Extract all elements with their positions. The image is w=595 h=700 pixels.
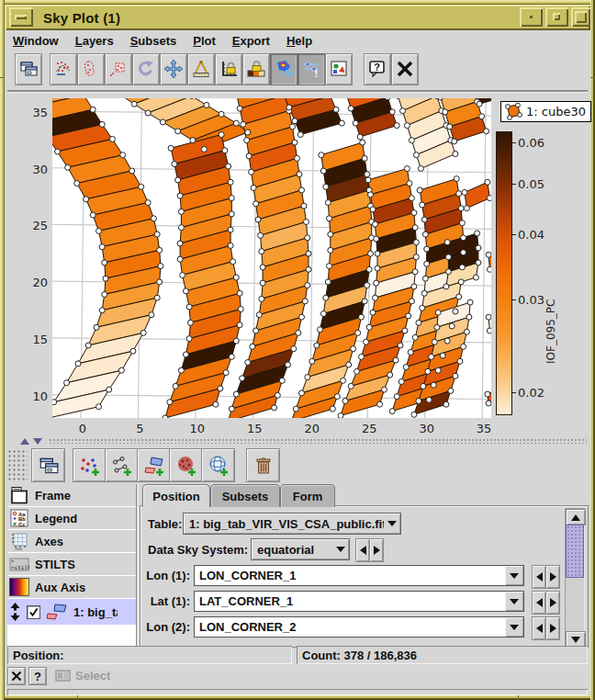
- right-arrow-icon: [550, 624, 556, 633]
- lat1-next-button[interactable]: [545, 591, 560, 615]
- window-title: Sky Plot (1): [43, 10, 120, 26]
- lon2-dropdown-button[interactable]: [505, 617, 523, 637]
- scroll-up-button[interactable]: [566, 509, 586, 525]
- panel-separator: [136, 484, 139, 648]
- lat1-prev-button[interactable]: [532, 591, 546, 615]
- add-position-layer-button[interactable]: [73, 448, 107, 482]
- menu-window[interactable]: Window: [5, 32, 67, 50]
- axes-control-icon: Xxx: [9, 531, 29, 551]
- sky-plot-canvas[interactable]: [52, 98, 491, 418]
- legend-entry-label: 1: cube30: [526, 105, 586, 119]
- add-spot-layer-button[interactable]: [169, 448, 203, 482]
- chevron-down-icon: [387, 521, 397, 526]
- title-bar[interactable]: Sky Plot (1): [5, 5, 590, 30]
- collapse-up-icon[interactable]: [20, 438, 29, 445]
- menu-subsets[interactable]: Subsets: [122, 32, 185, 50]
- right-arrow-icon: [374, 546, 380, 555]
- lon1-prev-button[interactable]: [532, 565, 546, 589]
- close-button[interactable]: [391, 53, 419, 85]
- lat1-dropdown-button[interactable]: [505, 592, 523, 611]
- tab-position[interactable]: Position: [142, 484, 210, 507]
- point-subset-button[interactable]: [105, 53, 132, 85]
- aux-lock-button[interactable]: [242, 53, 270, 85]
- menu-help[interactable]: Help: [278, 32, 320, 50]
- control-item-label: Frame: [35, 489, 71, 502]
- x-tick-label: 15: [247, 422, 263, 435]
- lat1-combo[interactable]: LAT_CORNER_1: [194, 591, 524, 612]
- menu-export[interactable]: Export: [224, 32, 278, 50]
- split-divider[interactable]: [5, 435, 590, 447]
- stack-windows-icon: [18, 59, 39, 79]
- form-scrollbar[interactable]: [565, 508, 585, 647]
- aux-tick-mark: [511, 392, 516, 393]
- stack-windows-button[interactable]: [15, 53, 42, 85]
- control-item-label: Axes: [35, 535, 63, 548]
- lon1-next-button[interactable]: [545, 565, 560, 589]
- window-menu-button[interactable]: [9, 7, 33, 27]
- window-border-left[interactable]: [0, 0, 5, 700]
- y-tick-label: 25: [11, 219, 48, 232]
- sketch-toggle[interactable]: !: [298, 53, 325, 85]
- replot-button[interactable]: [132, 53, 160, 85]
- control-item-axes[interactable]: Xxx Axes: [7, 530, 136, 552]
- lon1-dropdown-button[interactable]: [505, 566, 523, 585]
- error-dismiss-button[interactable]: [7, 667, 26, 685]
- collapse-down-icon[interactable]: [33, 438, 42, 445]
- dot-icon: [530, 16, 533, 18]
- sky-system-next-button[interactable]: [369, 538, 384, 562]
- blob-subset-button[interactable]: [77, 53, 105, 85]
- y-tick-label: 30: [11, 163, 48, 176]
- lon1-label: Lon (1):: [140, 569, 190, 582]
- control-item-legend[interactable]: Aa Bb Cc Legend: [7, 507, 136, 529]
- plot-section: 101520253035 05101520253035 1: cube30 0.…: [7, 88, 588, 435]
- measure-button[interactable]: [187, 53, 215, 85]
- tab-subsets[interactable]: Subsets: [210, 484, 280, 507]
- lon2-combo[interactable]: LON_CORNER_2: [194, 616, 524, 638]
- layer-item-selected[interactable]: 1: big_tab: [7, 599, 136, 625]
- control-item-frame[interactable]: Frame: [7, 484, 136, 506]
- restore-button[interactable]: [545, 7, 568, 27]
- lon2-label: Lon (2):: [140, 620, 190, 634]
- control-item-aux-axis[interactable]: Aux Axis: [7, 576, 136, 598]
- x-tick-label: 30: [419, 422, 434, 435]
- sky-system-combo[interactable]: equatorial: [251, 538, 350, 560]
- pan-mode-button[interactable]: [160, 53, 187, 85]
- layer-visible-checkbox[interactable]: [27, 605, 40, 619]
- footer-help-button[interactable]: ?: [28, 667, 47, 685]
- aux-tick-label: 0.05: [518, 177, 544, 191]
- lon1-combo[interactable]: LON_CORNER_1: [194, 565, 524, 586]
- sky-system-prev-button[interactable]: [355, 538, 370, 562]
- tab-form[interactable]: Form: [280, 484, 335, 507]
- table-combo[interactable]: 1: big_tab_VIR_VIS_CSA_public.fits: [183, 513, 401, 535]
- help-icon: ?: [367, 59, 387, 79]
- layer-control-list: Frame Aa Bb Cc Legend Xxx Axes >: [7, 484, 136, 648]
- menu-layers[interactable]: Layers: [67, 32, 122, 50]
- toolbar-drag-handle[interactable]: [7, 449, 28, 481]
- reorder-arrows-icon[interactable]: [9, 602, 21, 622]
- axes-lock-button[interactable]: [215, 53, 242, 85]
- window-border-bottom[interactable]: [0, 695, 595, 700]
- x-tick-label: 25: [362, 422, 377, 435]
- draw-subset-button[interactable]: [50, 53, 77, 85]
- lon2-prev-button[interactable]: [532, 616, 546, 640]
- remove-layer-button[interactable]: [246, 448, 280, 482]
- lat1-label: Lat (1):: [140, 594, 190, 608]
- sky-plot-svg[interactable]: [52, 98, 491, 418]
- export-image-button[interactable]: [325, 53, 353, 85]
- help-button[interactable]: ?: [364, 53, 391, 85]
- aux-visible-toggle[interactable]: [270, 53, 298, 85]
- left-arrow-icon: [536, 624, 543, 633]
- add-quad-layer-button[interactable]: [137, 448, 171, 482]
- iconify-button[interactable]: [520, 7, 543, 27]
- menu-plot[interactable]: Plot: [185, 32, 224, 50]
- stack-windows-button-2[interactable]: [31, 448, 65, 482]
- maximize-button[interactable]: [571, 7, 590, 27]
- large-square-icon: [575, 11, 587, 23]
- aux-lock-icon: [246, 59, 266, 79]
- select-tool-icon: [55, 670, 71, 682]
- add-pair-layer-button[interactable]: [105, 448, 139, 482]
- scrollbar-thumb[interactable]: [566, 525, 584, 578]
- control-item-stilts[interactable]: > >stilts STILTS: [7, 553, 136, 575]
- lon2-next-button[interactable]: [545, 616, 560, 640]
- add-skygrid-layer-button[interactable]: [201, 448, 235, 482]
